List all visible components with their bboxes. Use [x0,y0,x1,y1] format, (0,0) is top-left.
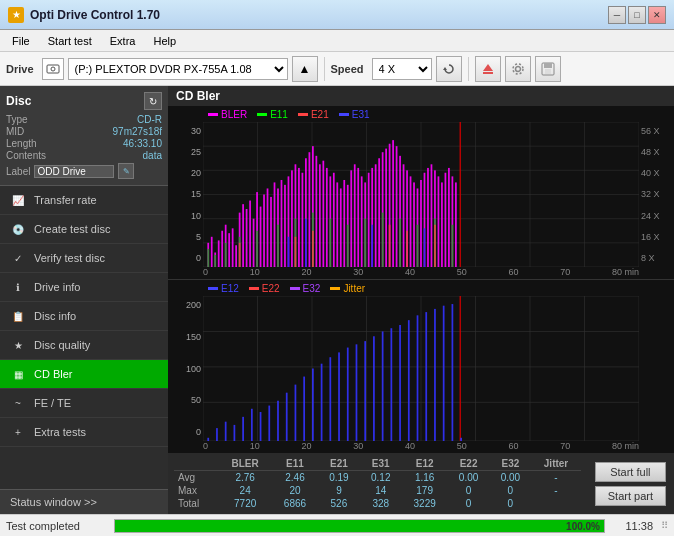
legend-jitter: Jitter [330,283,365,294]
resize-grip: ⠿ [661,520,668,531]
sidebar-item-verify-test-disc[interactable]: ✓Verify test disc [0,244,168,273]
drive-up-button[interactable]: ▲ [292,56,318,82]
svg-rect-71 [361,176,363,267]
stats-row-total: Total 7720 6866 526 328 3229 0 0 [174,497,581,510]
svg-rect-0 [47,65,59,73]
col-header-e12: E12 [402,457,448,471]
svg-rect-73 [368,173,370,267]
save-button[interactable] [535,56,561,82]
drive-select[interactable]: (P:) PLEXTOR DVDR PX-755A 1.08 [68,58,288,80]
start-buttons: Start full Start part [587,453,674,514]
svg-rect-44 [267,188,269,267]
disc-info-icon: 📋 [10,308,26,324]
svg-rect-98 [455,182,457,267]
svg-rect-109 [364,219,366,267]
sidebar-item-cd-bler[interactable]: ▦CD Bler [0,360,168,389]
stats-row-avg: Avg 2.76 2.46 0.19 0.12 1.16 0.00 0.00 - [174,471,581,485]
sidebar-item-drive-info[interactable]: ℹDrive info [0,273,168,302]
status-text: Test completed [6,520,106,532]
svg-rect-83 [403,164,405,267]
legend-e32: E32 [290,283,321,294]
svg-rect-43 [263,195,265,268]
app-title: Opti Drive Control 1.70 [30,8,160,22]
disc-header: Disc ↻ [6,92,162,110]
menu-item-start-test[interactable]: Start test [40,33,100,49]
col-header-e11: E11 [272,457,318,471]
menu-item-extra[interactable]: Extra [102,33,144,49]
svg-rect-46 [274,182,276,267]
svg-rect-165 [425,312,427,441]
svg-rect-31 [221,231,223,267]
svg-rect-33 [228,233,230,267]
disc-label-input[interactable] [34,165,114,178]
titlebar-controls: ─ □ ✕ [608,6,666,24]
bottom-chart-legend: E12 E22 E32 Jitter [168,280,674,296]
svg-rect-63 [333,173,335,267]
maximize-button[interactable]: □ [628,6,646,24]
sidebar-item-transfer-rate[interactable]: 📈Transfer rate [0,186,168,215]
sidebar-item-label-verify-test-disc: Verify test disc [34,252,105,264]
legend-bler-label: BLER [221,109,247,120]
total-e12: 3229 [402,497,448,510]
speed-select[interactable]: 4 X 1 X 2 X 8 X Max [372,58,432,80]
top-chart-plot-container: 30 25 20 15 10 5 0 [168,122,674,267]
svg-rect-100 [214,255,216,267]
svg-rect-88 [420,180,422,267]
close-button[interactable]: ✕ [648,6,666,24]
menu-item-help[interactable]: Help [145,33,184,49]
sidebar-item-extra-tests[interactable]: +Extra tests [0,418,168,447]
legend-e11-label: E11 [270,109,288,120]
toolbar: Drive (P:) PLEXTOR DVDR PX-755A 1.08 ▲ S… [0,52,674,86]
disc-mid-value: 97m27s18f [113,126,162,137]
disc-label-edit-button[interactable]: ✎ [118,163,134,179]
svg-rect-169 [460,438,462,441]
jitter-color [330,287,340,290]
svg-rect-157 [356,344,358,441]
svg-rect-162 [399,325,401,441]
sidebar-item-disc-quality[interactable]: ★Disc quality [0,331,168,360]
svg-point-5 [515,66,520,71]
svg-rect-93 [438,176,440,267]
titlebar: ★ Opti Drive Control 1.70 ─ □ ✕ [0,0,674,30]
progress-bar [115,520,604,532]
svg-rect-154 [329,357,331,441]
svg-rect-86 [413,182,415,267]
disc-mid-label: MID [6,126,24,137]
legend-e21-label: E21 [311,109,329,120]
sidebar: Disc ↻ Type CD-R MID 97m27s18f Length 46… [0,86,168,514]
disc-refresh-button[interactable]: ↻ [144,92,162,110]
status-window-button[interactable]: Status window >> [0,489,168,514]
disc-type-row: Type CD-R [6,114,162,125]
sidebar-item-fe-te[interactable]: ~FE / TE [0,389,168,418]
progress-bar-container: 100.0% [114,519,605,533]
svg-rect-143 [234,425,236,441]
svg-rect-65 [340,188,342,267]
disc-label-row: Label ✎ [6,163,162,179]
menu-item-file[interactable]: File [4,33,38,49]
minimize-button[interactable]: ─ [608,6,626,24]
svg-rect-38 [246,209,248,267]
start-part-button[interactable]: Start part [595,486,666,506]
toolbar-separator-2 [468,57,469,81]
e21-color [298,113,308,116]
svg-rect-94 [441,182,443,267]
sidebar-item-label-create-test-disc: Create test disc [34,223,110,235]
speed-refresh-button[interactable] [436,56,462,82]
legend-jitter-label: Jitter [343,283,365,294]
sidebar-item-create-test-disc[interactable]: 💿Create test disc [0,215,168,244]
eject-button[interactable] [475,56,501,82]
svg-rect-151 [303,377,305,441]
sidebar-item-disc-info[interactable]: 📋Disc info [0,302,168,331]
total-bler: 7720 [218,497,272,510]
settings-button[interactable] [505,56,531,82]
legend-e22: E22 [249,283,280,294]
bottom-chart-plot-container: 200 150 100 50 0 [168,296,674,441]
svg-rect-115 [239,243,241,267]
col-header-e22: E22 [448,457,490,471]
svg-rect-45 [270,197,272,267]
svg-rect-91 [431,164,433,267]
disc-length-label: Length [6,138,37,149]
svg-rect-166 [434,309,436,441]
disc-contents-row: Contents data [6,150,162,161]
start-full-button[interactable]: Start full [595,462,666,482]
